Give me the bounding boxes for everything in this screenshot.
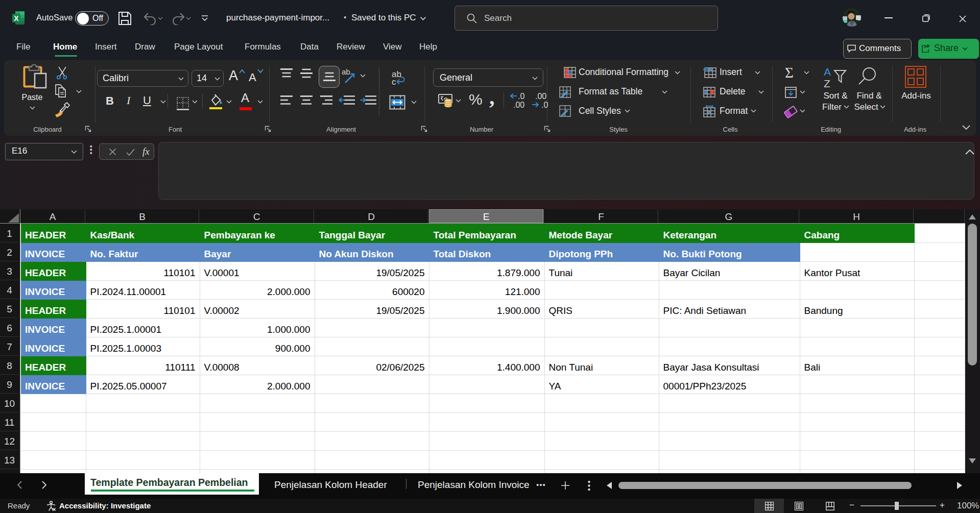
svg-text:.00: .00 [513,101,524,109]
svg-text:.0: .0 [541,101,548,109]
svg-text:A: A [824,66,831,78]
svg-text:Z: Z [824,78,830,89]
svg-text:c: c [392,77,396,86]
svg-text:.0: .0 [518,92,524,101]
svg-text:X: X [14,14,19,22]
svg-text:ab: ab [342,68,350,76]
svg-text:.00: .00 [535,92,546,101]
